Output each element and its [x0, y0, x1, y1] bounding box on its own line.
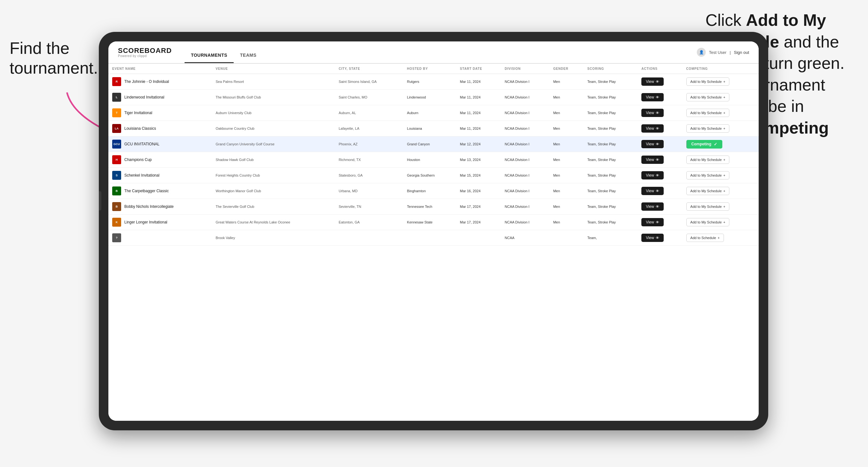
eye-icon: 👁: [656, 142, 659, 146]
tab-teams[interactable]: TEAMS: [234, 53, 263, 63]
competing-cell[interactable]: Add to Schedule +: [682, 230, 759, 246]
add-to-schedule-button[interactable]: Add to My Schedule +: [686, 109, 730, 117]
actions-cell[interactable]: View 👁: [638, 152, 682, 168]
eye-icon: 👁: [656, 127, 659, 130]
col-header-city: CITY, STATE: [335, 64, 403, 74]
actions-cell[interactable]: View 👁: [638, 199, 682, 215]
start-date-cell: [456, 230, 501, 246]
view-button[interactable]: View 👁: [641, 171, 664, 180]
competing-cell[interactable]: Add to My Schedule +: [682, 199, 759, 215]
event-name-cell: B The Carpetbagger Classic: [108, 183, 212, 199]
tablet-side-button: [99, 191, 101, 210]
actions-cell[interactable]: View 👁: [638, 121, 682, 136]
competing-cell[interactable]: Add to My Schedule +: [682, 183, 759, 199]
competing-cell[interactable]: Add to My Schedule +: [682, 152, 759, 168]
competing-cell[interactable]: Add to My Schedule +: [682, 168, 759, 183]
scoring-cell: Team, Stroke Play: [584, 136, 638, 152]
plus-icon: +: [717, 236, 719, 240]
competing-cell[interactable]: Add to My Schedule +: [682, 215, 759, 230]
view-button[interactable]: View 👁: [641, 203, 664, 211]
table-header-row: EVENT NAME VENUE CITY, STATE HOSTED BY S…: [108, 64, 759, 74]
view-button[interactable]: View 👁: [641, 218, 664, 226]
actions-cell[interactable]: View 👁: [638, 136, 682, 152]
competing-cell[interactable]: Add to My Schedule +: [682, 105, 759, 121]
actions-cell[interactable]: View 👁: [638, 183, 682, 199]
city-cell: Sevierville, TN: [335, 199, 403, 215]
city-cell: Urbana, MD: [335, 183, 403, 199]
venue-cell: Great Waters Course At Reynolds Lake Oco…: [212, 215, 335, 230]
table-row: K Linger Longer Invitational Great Water…: [108, 215, 759, 230]
add-to-schedule-button[interactable]: Add to My Schedule +: [686, 218, 730, 226]
event-name-cell: L Lindenwood Invitational: [108, 90, 212, 105]
nav-tabs: TOURNAMENTS TEAMS: [185, 41, 263, 63]
competing-cell[interactable]: Competing ✓: [682, 136, 759, 152]
division-cell: NCAA Division I: [501, 183, 549, 199]
add-to-schedule-button[interactable]: Add to Schedule +: [686, 234, 724, 242]
actions-cell[interactable]: View 👁: [638, 215, 682, 230]
event-name-cell: GCU GCU INVITATIONAL: [108, 136, 212, 152]
col-header-competing: COMPETING: [682, 64, 759, 74]
plus-icon: +: [723, 174, 725, 177]
actions-cell[interactable]: View 👁: [638, 105, 682, 121]
event-name: Louisiana Classics: [124, 126, 156, 131]
scoring-cell: Team,: [584, 230, 638, 246]
view-button[interactable]: View 👁: [641, 187, 664, 195]
actions-cell[interactable]: View 👁: [638, 90, 682, 105]
start-date-cell: Mar 13, 2024: [456, 152, 501, 168]
team-logo: K: [112, 218, 121, 227]
hosted-by-cell: Georgia Southern: [403, 168, 456, 183]
city-cell: [335, 230, 403, 246]
competing-cell[interactable]: Add to My Schedule +: [682, 74, 759, 90]
col-header-venue: VENUE: [212, 64, 335, 74]
view-button[interactable]: View 👁: [641, 140, 664, 148]
city-cell: Phoenix, AZ: [335, 136, 403, 152]
add-to-schedule-button[interactable]: Add to My Schedule +: [686, 77, 730, 86]
gender-cell: Men: [549, 168, 583, 183]
venue-cell: Auburn University Club: [212, 105, 335, 121]
view-button[interactable]: View 👁: [641, 93, 664, 101]
actions-cell[interactable]: View 👁: [638, 168, 682, 183]
gender-cell: [549, 230, 583, 246]
eye-icon: 👁: [656, 220, 659, 224]
view-button[interactable]: View 👁: [641, 124, 664, 133]
add-to-schedule-button[interactable]: Add to My Schedule +: [686, 124, 730, 133]
scoring-cell: Team, Stroke Play: [584, 168, 638, 183]
tournaments-table: EVENT NAME VENUE CITY, STATE HOSTED BY S…: [108, 64, 759, 421]
tab-tournaments[interactable]: TOURNAMENTS: [185, 53, 234, 63]
actions-cell[interactable]: View 👁: [638, 230, 682, 246]
plus-icon: +: [723, 189, 725, 193]
gender-cell: Men: [549, 183, 583, 199]
venue-cell: Forest Heights Country Club: [212, 168, 335, 183]
add-to-schedule-button[interactable]: Add to My Schedule +: [686, 93, 730, 101]
event-name-cell: T Tiger Invitational: [108, 105, 212, 121]
add-to-schedule-button[interactable]: Add to My Schedule +: [686, 187, 730, 195]
competing-cell[interactable]: Add to My Schedule +: [682, 121, 759, 136]
scoring-cell: Team, Stroke Play: [584, 74, 638, 90]
division-cell: NCAA Division I: [501, 152, 549, 168]
view-button[interactable]: View 👁: [641, 109, 664, 117]
actions-cell[interactable]: View 👁: [638, 74, 682, 90]
start-date-cell: Mar 11, 2024: [456, 105, 501, 121]
col-header-gender: GENDER: [549, 64, 583, 74]
city-cell: Richmond, TX: [335, 152, 403, 168]
division-cell: NCAA Division I: [501, 199, 549, 215]
add-to-schedule-button[interactable]: Add to My Schedule +: [686, 156, 730, 164]
division-cell: NCAA Division I: [501, 90, 549, 105]
logo-sub: Powered by clippd: [118, 54, 172, 58]
sign-out-link[interactable]: Sign out: [734, 50, 749, 55]
nav-right: 👤 Test User | Sign out: [697, 48, 749, 57]
division-cell: NCAA Division I: [501, 215, 549, 230]
competing-button[interactable]: Competing ✓: [686, 140, 723, 149]
gender-cell: Men: [549, 105, 583, 121]
event-name: The Carpetbagger Classic: [124, 189, 168, 193]
add-to-schedule-button[interactable]: Add to My Schedule +: [686, 203, 730, 211]
hosted-by-cell: Lindenwood: [403, 90, 456, 105]
add-to-schedule-button[interactable]: Add to My Schedule +: [686, 171, 730, 180]
view-button[interactable]: View 👁: [641, 234, 664, 242]
gender-cell: Men: [549, 215, 583, 230]
competing-cell[interactable]: Add to My Schedule +: [682, 90, 759, 105]
start-date-cell: Mar 11, 2024: [456, 90, 501, 105]
view-button[interactable]: View 👁: [641, 77, 664, 86]
view-button[interactable]: View 👁: [641, 156, 664, 164]
table-row: B The Carpetbagger Classic Worthington M…: [108, 183, 759, 199]
